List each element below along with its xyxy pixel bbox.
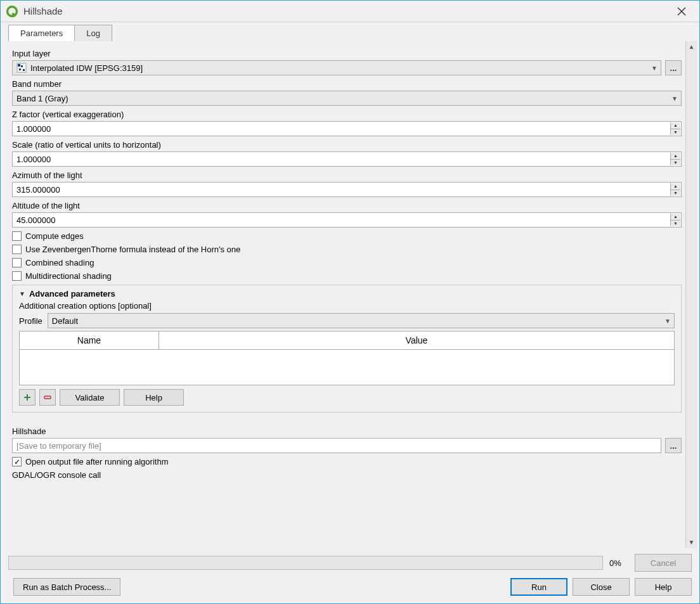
profile-value: Default (52, 316, 78, 326)
scroll-up-icon[interactable]: ▲ (689, 44, 695, 50)
svg-rect-5 (18, 64, 20, 67)
altitude-value: 45.000000 (16, 215, 55, 225)
output-browse-button[interactable]: ... (665, 438, 682, 453)
multidirectional-checkbox[interactable] (12, 271, 22, 281)
z-factor-input[interactable]: 1.000000 ▲▼ (12, 121, 682, 136)
name-column-header: Name (20, 331, 159, 349)
creation-options-table[interactable]: Name Value (19, 331, 675, 385)
band-number-combo[interactable]: Band 1 (Gray) ▼ (12, 91, 682, 106)
input-layer-combo[interactable]: Interpolated IDW [EPSG:3159] ▼ (12, 60, 661, 75)
dialog-footer: 0% Cancel Run as Batch Process... Run Cl… (1, 548, 699, 603)
z-factor-value: 1.000000 (16, 124, 51, 134)
chevron-down-icon: ▼ (651, 65, 658, 72)
progress-bar (8, 556, 603, 570)
svg-rect-8 (23, 69, 25, 71)
console-call-label: GDAL/OGR console call (12, 470, 682, 480)
azimuth-value: 315.000000 (16, 185, 60, 195)
tab-parameters[interactable]: Parameters (8, 25, 75, 41)
profile-label: Profile (19, 316, 42, 326)
run-button[interactable]: Run (510, 578, 567, 596)
svg-rect-6 (21, 65, 23, 67)
output-placeholder: [Save to temporary file] (16, 441, 101, 451)
advanced-parameters-group: ▼ Advanced parameters Additional creatio… (12, 285, 682, 413)
svg-rect-7 (19, 68, 21, 70)
scale-value: 1.000000 (16, 155, 51, 164)
minus-icon (43, 393, 52, 402)
remove-option-button[interactable] (39, 389, 56, 406)
hillshade-dialog: Hillshade Parameters Log Input layer (0, 0, 700, 604)
azimuth-label: Azimuth of the light (12, 170, 682, 180)
triangle-down-icon: ▼ (19, 290, 25, 297)
progress-percent: 0% (609, 558, 628, 568)
tab-bar: Parameters Log (1, 22, 699, 41)
additional-options-label: Additional creation options [optional] (19, 301, 675, 311)
combined-shading-label: Combined shading (25, 258, 94, 267)
profile-combo[interactable]: Default ▼ (48, 313, 675, 328)
z-factor-label: Z factor (vertical exaggeration) (12, 110, 682, 119)
altitude-input[interactable]: 45.000000 ▲▼ (12, 212, 682, 228)
run-batch-button[interactable]: Run as Batch Process... (13, 578, 120, 596)
svg-rect-11 (44, 396, 51, 399)
open-output-checkbox[interactable] (12, 457, 22, 466)
compute-edges-checkbox[interactable] (12, 231, 22, 241)
scale-input[interactable]: 1.000000 ▲▼ (12, 151, 682, 167)
tab-log[interactable]: Log (74, 25, 112, 41)
vertical-scrollbar[interactable]: ▲ ▼ (685, 41, 697, 548)
azimuth-input[interactable]: 315.000000 ▲▼ (12, 182, 682, 197)
multidirectional-label: Multidirectional shading (25, 271, 112, 281)
open-output-label: Open output file after running algorithm (25, 457, 168, 466)
output-path-input[interactable]: [Save to temporary file] (12, 438, 661, 453)
plus-icon (23, 393, 32, 402)
help-button[interactable]: Help (635, 578, 692, 596)
creation-options-body (20, 350, 674, 385)
add-option-button[interactable] (19, 389, 36, 406)
output-label: Hillshade (12, 427, 682, 436)
band-number-value: Band 1 (Gray) (16, 94, 68, 103)
titlebar: Hillshade (1, 1, 699, 22)
validate-button[interactable]: Validate (60, 389, 120, 406)
altitude-spinner[interactable]: ▲▼ (670, 214, 680, 226)
scroll-down-icon[interactable]: ▼ (689, 539, 695, 546)
zevenbergen-label: Use ZevenbergenThorne formula instead of… (25, 245, 240, 254)
content-area: Input layer Interpolated IDW [EPSG:3159] (1, 41, 699, 548)
z-factor-spinner[interactable]: ▲▼ (670, 122, 680, 135)
altitude-label: Altitude of the light (12, 201, 682, 210)
close-button[interactable]: Close (573, 578, 630, 596)
zevenbergen-checkbox[interactable] (12, 245, 22, 254)
compute-edges-label: Compute edges (25, 231, 84, 241)
options-help-button[interactable]: Help (124, 389, 184, 406)
band-number-label: Band number (12, 79, 682, 89)
input-layer-value: Interpolated IDW [EPSG:3159] (30, 63, 143, 73)
scale-label: Scale (ratio of vertical units to horizo… (12, 140, 682, 150)
qgis-icon (6, 5, 18, 18)
input-layer-browse-button[interactable]: ... (665, 60, 682, 75)
close-icon[interactable] (669, 3, 694, 20)
scale-spinner[interactable]: ▲▼ (670, 153, 680, 165)
parameters-form: Input layer Interpolated IDW [EPSG:3159] (8, 41, 685, 548)
raster-layer-icon (16, 63, 27, 73)
window-title: Hillshade (23, 6, 669, 16)
chevron-down-icon: ▼ (671, 95, 678, 102)
cancel-button: Cancel (635, 554, 692, 572)
input-layer-label: Input layer (12, 49, 682, 58)
value-column-header: Value (159, 331, 674, 349)
advanced-label: Advanced parameters (29, 289, 115, 299)
azimuth-spinner[interactable]: ▲▼ (670, 183, 680, 196)
advanced-parameters-toggle[interactable]: ▼ Advanced parameters (19, 289, 675, 299)
combined-shading-checkbox[interactable] (12, 258, 22, 267)
chevron-down-icon: ▼ (664, 318, 671, 324)
